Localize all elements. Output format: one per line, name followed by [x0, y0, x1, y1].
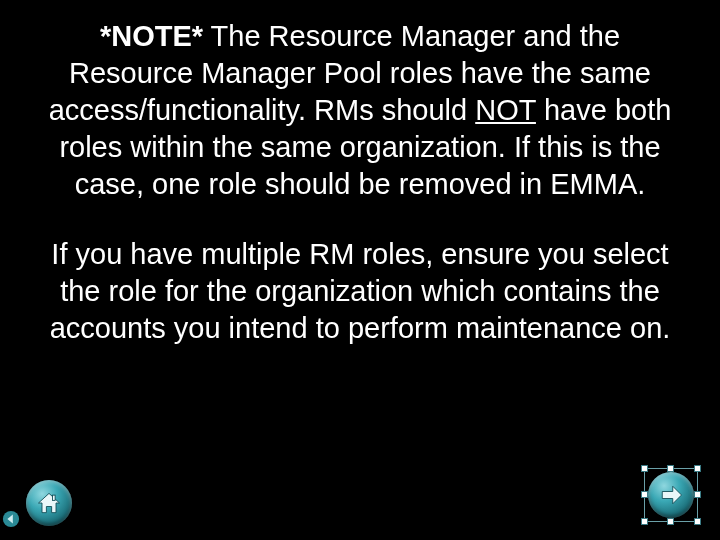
back-button[interactable]: [2, 510, 20, 528]
home-icon: [35, 489, 63, 517]
home-button[interactable]: [26, 480, 72, 526]
note-paragraph-2: If you have multiple RM roles, ensure yo…: [36, 236, 684, 347]
selection-handle: [641, 518, 648, 525]
selection-handle: [694, 465, 701, 472]
next-button[interactable]: [648, 472, 694, 518]
selection-handle: [641, 491, 648, 498]
selection-handle: [694, 491, 701, 498]
arrow-right-icon: [657, 481, 685, 509]
selection-handle: [641, 465, 648, 472]
para1-not: NOT: [475, 94, 536, 126]
selection-handle: [694, 518, 701, 525]
svg-rect-1: [53, 495, 56, 500]
note-prefix: *NOTE*: [100, 20, 203, 52]
selection-handle: [667, 518, 674, 525]
note-paragraph-1: *NOTE* The Resource Manager and the Reso…: [36, 18, 684, 204]
slide: *NOTE* The Resource Manager and the Reso…: [0, 0, 720, 540]
selection-handle: [667, 465, 674, 472]
arrow-left-icon: [2, 510, 20, 528]
